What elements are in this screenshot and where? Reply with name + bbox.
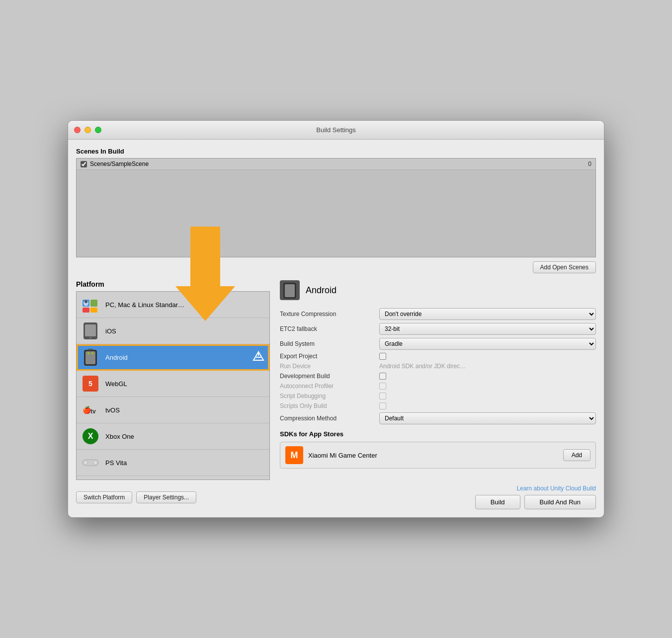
psvita-icon — [82, 454, 99, 472]
label-build-system: Build System — [280, 340, 379, 347]
select-etc2[interactable]: 32-bit 16-bit — [379, 323, 596, 335]
platform-item-tvos[interactable]: 🍎 tv tvOS — [77, 397, 269, 423]
cloud-build-link[interactable]: Learn about Unity Cloud Build — [517, 485, 596, 492]
settings-row-script-debugging: Script Debugging — [280, 393, 596, 399]
platform-name-xbox: Xbox One — [105, 433, 264, 440]
control-autoconnect — [379, 383, 596, 390]
settings-row-scripts-only: Scripts Only Build — [280, 402, 596, 409]
label-etc2: ETC2 fallback — [280, 325, 379, 332]
select-build-system[interactable]: Internal Gradle ADT — [379, 338, 596, 350]
add-open-scenes-button[interactable]: Add Open Scenes — [533, 261, 596, 273]
platform-item-webgl[interactable]: 5 WebGL — [77, 371, 269, 397]
label-scripts-only: Scripts Only Build — [280, 402, 379, 409]
sdk-add-button[interactable]: Add — [563, 449, 590, 461]
titlebar-buttons — [74, 127, 101, 133]
label-run-device: Run Device — [280, 363, 379, 370]
settings-row-texture-compression: Texture Compression Don't override ETC E… — [280, 308, 596, 320]
close-button[interactable] — [74, 127, 81, 133]
checkbox-export-project[interactable] — [379, 353, 386, 360]
settings-row-etc2: ETC2 fallback 32-bit 16-bit — [280, 323, 596, 335]
platform-panel: Platform — [76, 280, 270, 480]
build-button[interactable]: Build — [475, 495, 520, 509]
control-script-debugging — [379, 393, 596, 399]
label-autoconnect: Autoconnect Profiler — [280, 383, 379, 390]
settings-platform-name: Android — [306, 285, 336, 296]
scene-checkbox[interactable] — [81, 161, 87, 167]
ios-icon — [82, 322, 99, 340]
settings-row-export-project: Export Project — [280, 353, 596, 360]
platform-name-android: Android — [105, 354, 252, 361]
svg-text:tv: tv — [90, 408, 96, 415]
platform-list-wrapper: PC, Mac & Linux Standar… i — [76, 291, 270, 480]
scenes-section-label: Scenes In Build — [76, 148, 596, 155]
xiaomi-icon: M — [285, 446, 303, 464]
control-compression[interactable]: Default LZ4 LZ4HC — [379, 412, 596, 424]
select-texture-compression[interactable]: Don't override ETC ETC2 ASTC — [379, 308, 596, 320]
switch-platform-button[interactable]: Switch Platform — [76, 491, 132, 503]
titlebar: Build Settings — [68, 121, 604, 140]
platform-item-xbox[interactable]: X Xbox One — [77, 423, 269, 450]
player-settings-button[interactable]: Player Settings... — [136, 491, 196, 503]
label-development-build: Development Build — [280, 373, 379, 380]
svg-rect-10 — [85, 351, 95, 364]
svg-point-5 — [84, 300, 87, 303]
platform-item-android[interactable]: Android — [77, 344, 269, 371]
checkbox-development-build[interactable] — [379, 373, 386, 380]
svg-rect-11 — [88, 349, 93, 350]
scene-item: Scenes/SampleScene 0 — [77, 159, 595, 170]
main-content: Scenes In Build Scenes/SampleScene 0 Add… — [68, 140, 604, 517]
control-etc2[interactable]: 32-bit 16-bit — [379, 323, 596, 335]
platform-section-label: Platform — [76, 280, 270, 288]
checkbox-script-debugging — [379, 393, 386, 399]
select-compression[interactable]: Default LZ4 LZ4HC — [379, 412, 596, 424]
scene-name: Scenes/SampleScene — [90, 160, 588, 167]
minimize-button[interactable] — [84, 127, 91, 133]
control-texture-compression[interactable]: Don't override ETC ETC2 ASTC — [379, 308, 596, 320]
pc-icon — [82, 296, 99, 314]
tvos-icon: 🍎 tv — [82, 401, 99, 419]
platform-item-ios[interactable]: iOS — [77, 318, 269, 344]
scenes-box: Scenes/SampleScene 0 — [76, 158, 596, 257]
platform-name-pc: PC, Mac & Linux Standar… — [105, 301, 264, 309]
add-open-scenes-row: Add Open Scenes — [76, 261, 596, 273]
bottom-buttons: Build Build And Run — [475, 495, 596, 509]
bottom-bar: Switch Platform Player Settings... Learn… — [76, 485, 596, 509]
checkbox-scripts-only — [379, 402, 386, 409]
scene-index: 0 — [588, 160, 591, 167]
platform-name-webgl: WebGL — [105, 380, 264, 388]
control-development-build[interactable] — [379, 373, 596, 380]
bottom-right: Learn about Unity Cloud Build Build Buil… — [475, 485, 596, 509]
label-texture-compression: Texture Compression — [280, 311, 379, 318]
svg-point-12 — [87, 352, 89, 354]
svg-point-20 — [84, 461, 87, 465]
value-run-device: Android SDK and/or JDK direc… — [379, 363, 466, 370]
sdks-label: SDKs for App Stores — [280, 430, 596, 438]
maximize-button[interactable] — [95, 127, 101, 133]
build-settings-window: Build Settings Scenes In Build Scenes/Sa… — [68, 120, 604, 518]
build-and-run-button[interactable]: Build And Run — [524, 495, 596, 509]
svg-rect-7 — [85, 324, 96, 336]
label-export-project: Export Project — [280, 353, 379, 360]
label-script-debugging: Script Debugging — [280, 393, 379, 399]
android-icon — [82, 348, 99, 366]
android-settings-icon — [280, 280, 300, 300]
sdk-item-xiaomi: M Xiaomi Mi Game Center Add — [280, 442, 596, 469]
checkbox-autoconnect — [379, 383, 386, 390]
svg-rect-3 — [90, 308, 97, 313]
platform-item-ps4[interactable]: PS4 PS4 — [77, 476, 269, 480]
settings-header: Android — [280, 280, 596, 300]
platform-item-psvita[interactable]: PS Vita — [77, 450, 269, 476]
svg-point-8 — [90, 337, 91, 339]
settings-row-build-system: Build System Internal Gradle ADT — [280, 338, 596, 350]
platform-list[interactable]: PC, Mac & Linux Standar… i — [76, 291, 270, 480]
sdk-name-xiaomi: Xiaomi Mi Game Center — [308, 452, 558, 459]
window-title: Build Settings — [316, 126, 356, 134]
main-area: Platform — [76, 280, 596, 480]
platform-item-pc[interactable]: PC, Mac & Linux Standar… — [77, 292, 269, 318]
svg-rect-1 — [90, 300, 97, 307]
platform-name-tvos: tvOS — [105, 406, 264, 414]
platform-name-ios: iOS — [105, 327, 264, 335]
control-export-project[interactable] — [379, 353, 596, 360]
control-build-system[interactable]: Internal Gradle ADT — [379, 338, 596, 350]
xbox-icon: X — [82, 427, 99, 445]
